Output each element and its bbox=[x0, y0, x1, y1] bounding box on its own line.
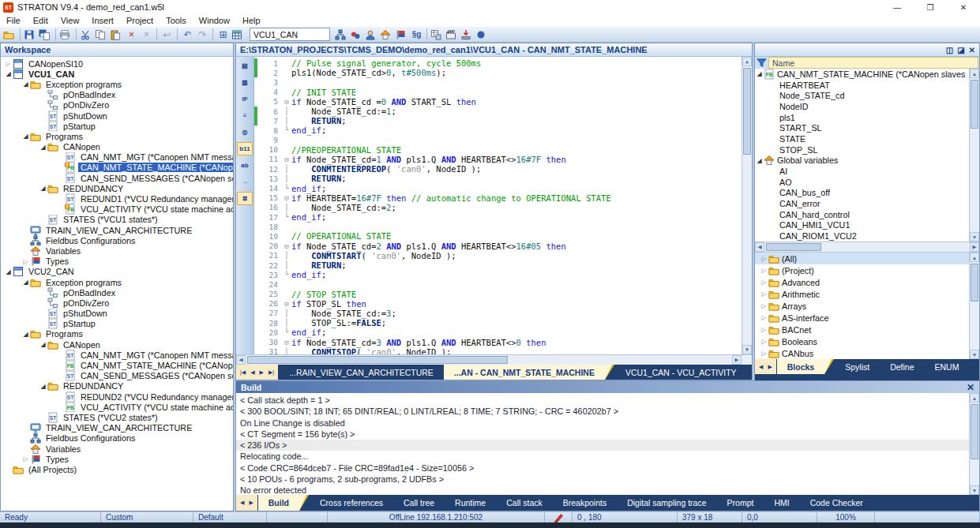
variable-item[interactable]: STATE bbox=[755, 133, 969, 144]
blocks-category[interactable]: ▷BACnet bbox=[755, 324, 969, 335]
blocks-category[interactable]: ▷CANbus bbox=[755, 347, 969, 359]
scroll-down-icon[interactable]: ▼ bbox=[970, 350, 979, 359]
undo-button[interactable]: ↶ bbox=[180, 28, 195, 42]
dock-close-icon[interactable]: ✕ bbox=[969, 46, 975, 54]
tree-item[interactable]: ◢Programs bbox=[1, 131, 233, 141]
dock-pin-icon[interactable]: ◫ bbox=[946, 46, 953, 54]
fieldbus-button[interactable] bbox=[334, 28, 349, 42]
fold-marker[interactable]: ⊟ bbox=[282, 155, 291, 163]
scroll-left-icon[interactable]: ◀ bbox=[236, 355, 246, 365]
tree-item[interactable]: ◢Exception programs bbox=[1, 277, 233, 287]
variables-list[interactable]: ◢FBCAN_NMT_STATE_MACHINE (*CANopen slave… bbox=[755, 69, 979, 242]
blocks-tab[interactable]: ENUM bbox=[925, 359, 970, 374]
tree-item[interactable]: ◢REDUNDANCY bbox=[1, 381, 233, 391]
blocks-vertical-scrollbar[interactable]: ▲ ▼ bbox=[969, 253, 979, 359]
variable-item[interactable]: AO bbox=[755, 177, 969, 188]
tree-expand-arrow[interactable]: ◢ bbox=[21, 279, 30, 286]
menu-item-tools[interactable]: Tools bbox=[160, 16, 193, 25]
tree-expand-arrow[interactable]: ◢ bbox=[755, 70, 764, 77]
tree-expand-arrow[interactable]: ▷ bbox=[760, 267, 768, 274]
scroll-down-icon[interactable]: ▼ bbox=[742, 345, 752, 354]
delete-all-button[interactable]: × bbox=[139, 28, 154, 42]
tree-item[interactable]: STCAN_SEND_MESSAGES (*CANopen send messa… bbox=[1, 173, 233, 183]
tree-expand-arrow[interactable]: ▷ bbox=[760, 290, 768, 298]
variable-item[interactable]: ◢Global variables bbox=[755, 155, 969, 167]
insert-table-button[interactable]: ⊞ bbox=[216, 28, 231, 42]
fold-marker[interactable]: ⊟ bbox=[282, 339, 291, 346]
build-tab[interactable]: Prompt bbox=[717, 495, 764, 511]
variable-item[interactable]: CAN_error bbox=[755, 198, 969, 209]
blocks-category[interactable]: ▷AS-interface bbox=[755, 312, 969, 324]
tree-expand-arrow[interactable]: ▷ bbox=[760, 314, 768, 321]
blocks-category[interactable]: ▷(Project) bbox=[755, 264, 969, 276]
menu-item-help[interactable]: Help bbox=[236, 16, 267, 25]
tree-item[interactable]: ◢VCU1_CAN bbox=[1, 69, 233, 79]
tree-item[interactable]: ◢Exception programs bbox=[1, 79, 233, 89]
tree-expand-arrow[interactable]: ◢ bbox=[39, 185, 47, 192]
tree-item[interactable]: ◢REDUNDANCY bbox=[1, 183, 233, 193]
tree-item[interactable]: ◢Programs bbox=[1, 329, 233, 339]
tree-expand-arrow[interactable]: ◢ bbox=[39, 383, 47, 390]
save-button[interactable] bbox=[23, 28, 38, 42]
next-tab-button[interactable]: ▶ bbox=[258, 369, 265, 376]
build-button[interactable] bbox=[445, 28, 460, 42]
editor-horizontal-scrollbar[interactable]: ◀ ▶ bbox=[236, 354, 752, 365]
tree-item[interactable]: ◢VCU2_CAN bbox=[1, 267, 233, 277]
scroll-up-icon[interactable]: ▲ bbox=[970, 393, 979, 403]
blocks-category[interactable]: ▷Arrays bbox=[755, 300, 969, 312]
blocks-category[interactable]: ▷Arithmetic bbox=[755, 288, 969, 300]
tree-item[interactable]: ◢CANopen bbox=[1, 339, 233, 350]
variables-horizontal-scrollbar[interactable]: ◀ ▶ bbox=[755, 242, 979, 252]
scroll-right-icon[interactable]: ▶ bbox=[970, 242, 979, 252]
menu-item-project[interactable]: Project bbox=[120, 16, 160, 25]
tree-item[interactable]: pOnDivZero bbox=[1, 100, 233, 110]
scroll-up-icon[interactable]: ▲ bbox=[970, 253, 979, 262]
editor-vertical-scrollbar[interactable]: ▲ ▼ bbox=[742, 57, 752, 354]
new-folder-button[interactable] bbox=[2, 28, 17, 42]
scroll-thumb[interactable] bbox=[971, 80, 978, 129]
build-tab[interactable]: Digital sampling trace bbox=[617, 495, 716, 511]
dock-float-icon[interactable]: ◪ bbox=[957, 46, 964, 54]
tree-expand-arrow[interactable]: ▷ bbox=[760, 255, 768, 262]
variable-item[interactable]: CAN_RIOM1_VCU2 bbox=[755, 230, 969, 242]
build-tab[interactable]: Code Checker bbox=[800, 495, 873, 511]
menu-item-window[interactable]: Window bbox=[193, 16, 236, 25]
indent-guides-button[interactable]: → bbox=[237, 175, 253, 189]
tree-expand-arrow[interactable]: ◢ bbox=[4, 268, 13, 275]
outline-view-button[interactable]: ≣ bbox=[237, 192, 253, 205]
variable-item[interactable]: CAN_HMI1_VCU1 bbox=[755, 220, 969, 231]
blocks-category[interactable]: ▷Advanced bbox=[755, 276, 969, 288]
build-output[interactable]: < Call stack depth = 1 >< 300 BOOL/SINT;… bbox=[236, 393, 979, 495]
variable-item[interactable]: pls1 bbox=[755, 112, 969, 123]
variable-item[interactable]: HEARTBEAT bbox=[755, 80, 969, 91]
editor-tab[interactable]: VCU1_CAN - VCU_ACTIVITY bbox=[615, 365, 747, 380]
first-tab-button[interactable]: |◀ bbox=[238, 369, 247, 376]
scroll-down-icon[interactable]: ▼ bbox=[970, 232, 979, 242]
print-button[interactable] bbox=[58, 28, 73, 42]
fold-marker[interactable]: ⊟ bbox=[282, 300, 291, 308]
tree-expand-arrow[interactable]: ◢ bbox=[755, 157, 764, 164]
fold-marker[interactable]: ⊟ bbox=[282, 242, 291, 250]
editor-tab[interactable]: ...RAIN_VIEW_CAN_ARCHITECTURE bbox=[279, 365, 444, 380]
scroll-down-icon[interactable]: ▼ bbox=[970, 485, 979, 495]
tree-item[interactable]: Fieldbus Configurations bbox=[1, 433, 233, 444]
tree-item[interactable]: FBVCU_ACTIVITY (*VCU state machine activ… bbox=[1, 402, 233, 412]
types-button[interactable] bbox=[394, 28, 409, 42]
prev-tab-button[interactable]: ◀ bbox=[249, 369, 256, 376]
blocks-tab[interactable]: Spylist bbox=[835, 359, 880, 374]
tree-item[interactable]: STREDUND2 (*VCU Redundancy management*) bbox=[1, 391, 233, 402]
tree-item[interactable]: Variables bbox=[1, 245, 233, 256]
tree-item[interactable]: STCAN_NMT_MGT (*Canopen NMT messages man… bbox=[1, 350, 233, 360]
watch-line-button[interactable]: ◎ bbox=[237, 125, 253, 139]
blocks-list[interactable]: ▷(All)▷(Project)▷Advanced▷Arithmetic▷Arr… bbox=[755, 252, 979, 359]
scroll-right-icon[interactable]: ▶ bbox=[732, 355, 742, 365]
tree-item[interactable]: ▷Types bbox=[1, 454, 233, 464]
tree-item[interactable]: (All Projects) bbox=[1, 464, 233, 474]
next-tab-button[interactable]: ▶ bbox=[766, 364, 773, 370]
variable-item[interactable]: CAN_bus_off bbox=[755, 188, 969, 199]
tree-item[interactable]: STCAN_SEND_MESSAGES (*CANopen send messa… bbox=[1, 371, 233, 381]
tree-item[interactable]: STpShutDown bbox=[1, 110, 233, 121]
tree-item[interactable]: STpStartup bbox=[1, 121, 233, 131]
variable-item[interactable]: CAN_hard_control bbox=[755, 209, 969, 220]
tree-item[interactable]: STSTATES (*VCU2 states*) bbox=[1, 412, 233, 422]
